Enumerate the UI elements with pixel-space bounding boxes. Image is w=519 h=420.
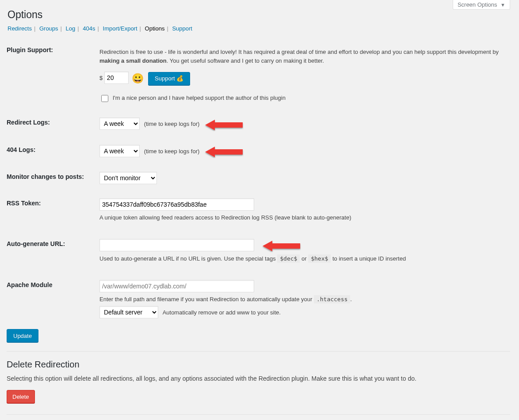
- www-select[interactable]: Default server: [99, 306, 158, 318]
- delete-button[interactable]: Delete: [7, 390, 35, 403]
- auto-url-input[interactable]: [99, 239, 254, 251]
- rss-token-input[interactable]: [99, 198, 254, 211]
- nice-person-checkbox[interactable]: [101, 95, 108, 102]
- arrow-annotation-icon: [204, 119, 244, 131]
- currency-symbol: $: [99, 75, 103, 81]
- auto-url-label: Auto-generate URL:: [7, 234, 99, 275]
- delete-heading: Delete Redirection: [7, 359, 510, 370]
- apache-path-input[interactable]: [99, 280, 254, 292]
- www-note: Automatically remove or add www to your …: [163, 309, 281, 316]
- plugin-support-label: Plugin Support:: [7, 40, 99, 112]
- page-title: Options: [8, 9, 510, 21]
- svg-marker-1: [205, 147, 243, 157]
- rss-token-label: RSS Token:: [7, 193, 99, 234]
- tab-nav: Redirects| Groups| Log| 404s| Import/Exp…: [8, 25, 510, 32]
- tab-options[interactable]: Options: [145, 25, 165, 32]
- tab-import-export[interactable]: Import/Export: [103, 25, 137, 32]
- tab-redirects[interactable]: Redirects: [8, 25, 32, 32]
- tab-404s[interactable]: 404s: [83, 25, 95, 32]
- plugin-support-desc: Redirection is free to use - life is won…: [99, 48, 506, 65]
- smile-emoji-icon: 😀: [132, 73, 144, 84]
- arrow-annotation-icon: [261, 240, 301, 252]
- 404-logs-label: 404 Logs:: [7, 140, 99, 167]
- tab-support[interactable]: Support: [172, 25, 192, 32]
- tab-log[interactable]: Log: [66, 25, 76, 32]
- screen-options-toggle[interactable]: Screen Options ▼: [453, 0, 510, 10]
- monitor-select[interactable]: Don't monitor: [99, 172, 157, 184]
- redirect-logs-note: (time to keep logs for): [144, 121, 200, 127]
- delete-desc: Selecting this option will delete all re…: [7, 375, 510, 382]
- redirect-logs-label: Redirect Logs:: [7, 112, 99, 140]
- redirect-logs-select[interactable]: A week: [99, 117, 140, 130]
- update-button[interactable]: Update: [7, 329, 38, 342]
- nice-person-label: I'm a nice person and I have helped supp…: [113, 95, 286, 101]
- tab-groups[interactable]: Groups: [39, 25, 58, 32]
- apache-label: Apache Module: [7, 275, 99, 328]
- apache-note: Enter the full path and filename if you …: [99, 295, 506, 304]
- donation-amount-input[interactable]: [104, 72, 129, 84]
- auto-url-note: Used to auto-generate a URL if no URL is…: [99, 254, 506, 263]
- rss-token-note: A unique token allowing feed readers acc…: [99, 213, 506, 222]
- svg-marker-2: [263, 241, 300, 251]
- svg-marker-0: [205, 120, 243, 130]
- 404-logs-note: (time to keep logs for): [144, 148, 200, 155]
- divider: [7, 351, 510, 352]
- chevron-down-icon: ▼: [500, 2, 505, 8]
- monitor-label: Monitor changes to posts:: [7, 166, 99, 193]
- screen-options-label: Screen Options: [458, 1, 497, 8]
- support-button[interactable]: Support 💰: [148, 72, 190, 85]
- 404-logs-select[interactable]: A week: [99, 145, 140, 157]
- arrow-annotation-icon: [204, 146, 244, 158]
